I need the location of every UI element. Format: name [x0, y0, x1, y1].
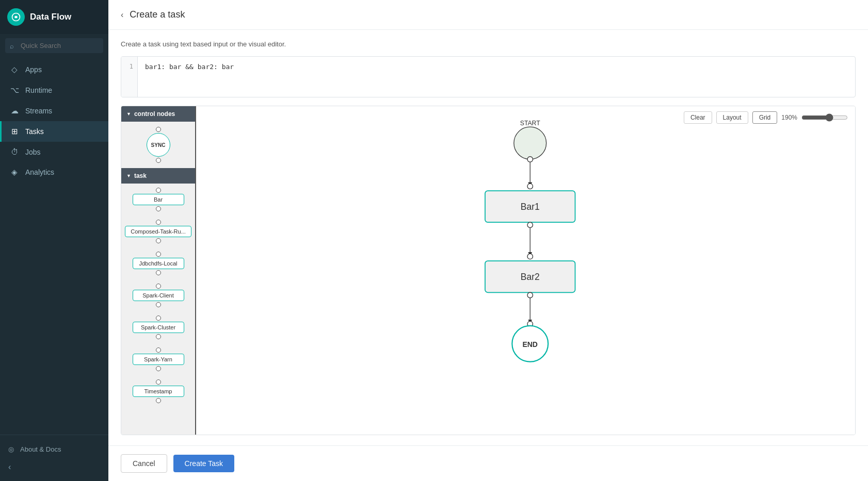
- page-body: Create a task using text based input or …: [108, 30, 868, 445]
- node-top-connector: [156, 316, 161, 321]
- code-editor: 1 bar1: bar && bar2: bar: [121, 56, 856, 97]
- line-numbers: 1: [121, 57, 138, 97]
- palette-node-jdbchdfs[interactable]: Jdbchdfs-Local: [121, 247, 195, 279]
- canvas-area[interactable]: Clear Layout Grid 190% START: [196, 106, 855, 435]
- flow-diagram: START Bar1: [196, 106, 855, 435]
- palette-node-spark-cluster[interactable]: Spark-Cluster: [121, 311, 195, 343]
- node-bottom-connector: [156, 398, 161, 403]
- node-box: Spark-Yarn: [133, 354, 184, 365]
- node-top-connector: [156, 188, 161, 193]
- about-docs-label: About & Docs: [20, 445, 61, 453]
- grid-button[interactable]: Grid: [752, 111, 778, 124]
- palette-node-timestamp[interactable]: Timestamp: [121, 375, 195, 407]
- node-bottom-connector: [156, 366, 161, 371]
- about-icon: ◎: [8, 445, 14, 453]
- sidebar-item-streams[interactable]: ☁ Streams: [0, 101, 108, 121]
- node-top-connector: [156, 347, 161, 353]
- app-title: Data Flow: [30, 12, 71, 22]
- sidebar-item-jobs[interactable]: ⏱ Jobs: [0, 142, 108, 162]
- page-title: Create a task: [130, 9, 185, 20]
- node-box: Bar: [133, 194, 184, 205]
- main-content: ‹ Create a task Create a task using text…: [108, 0, 868, 481]
- zoom-slider[interactable]: [801, 113, 848, 122]
- jobs-icon: ⏱: [10, 147, 19, 156]
- sidebar-item-apps[interactable]: ◇ Apps: [0, 59, 108, 80]
- about-docs-item[interactable]: ◎ About & Docs: [0, 440, 108, 458]
- nav-items: ◇ Apps ⌥ Runtime ☁ Streams ⊞ Tasks ⏱ Job…: [0, 57, 108, 435]
- clear-button[interactable]: Clear: [684, 111, 712, 124]
- collapse-triangle: ▼: [126, 173, 131, 178]
- app-logo: [7, 8, 25, 26]
- sidebar-item-tasks[interactable]: ⊞ Tasks: [0, 121, 108, 142]
- sidebar-item-label: Streams: [25, 107, 52, 115]
- sidebar-item-label: Analytics: [25, 168, 54, 176]
- search-input[interactable]: [5, 38, 103, 53]
- node-bottom-connector: [156, 238, 161, 243]
- collapse-triangle: ▼: [126, 111, 131, 117]
- code-content[interactable]: bar1: bar && bar2: bar: [138, 57, 855, 97]
- sidebar-collapse-btn[interactable]: ‹: [0, 458, 108, 476]
- svg-point-5: [527, 184, 533, 189]
- sync-circle: SYNC: [147, 133, 170, 157]
- node-box: Spark-Client: [133, 290, 184, 301]
- node-bottom-connector: [156, 206, 161, 211]
- sidebar: Data Flow ⌕ ◇ Apps ⌥ Runtime ☁ Streams ⊞…: [0, 0, 108, 481]
- palette-node-composed[interactable]: Composed-Task-Ru...: [121, 215, 195, 247]
- sidebar-item-label: Runtime: [25, 86, 52, 94]
- sidebar-item-runtime[interactable]: ⌥ Runtime: [0, 80, 108, 101]
- layout-button[interactable]: Layout: [716, 111, 748, 124]
- svg-text:END: END: [522, 340, 537, 349]
- section-label: task: [134, 172, 147, 179]
- sidebar-item-analytics[interactable]: ◈ Analytics: [0, 162, 108, 183]
- search-wrap: ⌕: [5, 38, 103, 53]
- svg-text:START: START: [520, 120, 540, 127]
- svg-text:Bar2: Bar2: [521, 272, 540, 282]
- svg-text:Bar1: Bar1: [521, 202, 540, 212]
- search-icon: ⌕: [10, 42, 14, 49]
- runtime-icon: ⌥: [10, 86, 19, 95]
- analytics-icon: ◈: [10, 168, 19, 177]
- sidebar-item-label: Apps: [25, 65, 42, 74]
- svg-point-8: [527, 222, 533, 227]
- sync-top-connector: [156, 127, 161, 132]
- page-header: ‹ Create a task: [108, 0, 868, 30]
- node-bottom-connector: [156, 334, 161, 339]
- node-box: Spark-Cluster: [133, 322, 184, 333]
- apps-icon: ◇: [10, 65, 19, 74]
- sidebar-footer: ◎ About & Docs ‹: [0, 435, 108, 481]
- palette-node-spark-client[interactable]: Spark-Client: [121, 279, 195, 311]
- palette-node-bar[interactable]: Bar: [121, 184, 195, 215]
- node-bottom-connector: [156, 302, 161, 307]
- streams-icon: ☁: [10, 106, 19, 115]
- tasks-icon: ⊞: [10, 127, 19, 136]
- svg-point-10: [527, 254, 533, 259]
- create-task-button[interactable]: Create Task: [173, 455, 234, 472]
- node-box: Composed-Task-Ru...: [125, 226, 191, 237]
- palette-section-control-nodes[interactable]: ▼ control nodes: [121, 106, 195, 122]
- sidebar-header: Data Flow: [0, 0, 108, 34]
- visual-editor: ▼ control nodes SYNC ▼ task Bar: [121, 106, 856, 435]
- sidebar-item-label: Jobs: [25, 148, 41, 156]
- palette-node-spark-yarn[interactable]: Spark-Yarn: [121, 343, 195, 375]
- svg-point-2: [514, 127, 546, 159]
- node-bottom-connector: [156, 270, 161, 275]
- palette-section-task[interactable]: ▼ task: [121, 168, 195, 184]
- node-top-connector: [156, 220, 161, 225]
- node-palette: ▼ control nodes SYNC ▼ task Bar: [121, 106, 196, 435]
- sidebar-item-label: Tasks: [25, 127, 44, 136]
- page-subtitle: Create a task using text based input or …: [121, 40, 856, 48]
- zoom-label: 190%: [781, 114, 797, 121]
- section-label: control nodes: [134, 110, 175, 118]
- palette-node-sync[interactable]: SYNC: [121, 122, 195, 168]
- cancel-button[interactable]: Cancel: [121, 454, 167, 473]
- svg-point-13: [527, 292, 533, 297]
- node-top-connector: [156, 252, 161, 257]
- canvas-toolbar: Clear Layout Grid 190%: [684, 111, 848, 124]
- back-button[interactable]: ‹: [121, 10, 123, 20]
- svg-point-3: [527, 157, 533, 162]
- node-box: Jdbchdfs-Local: [133, 258, 184, 269]
- sync-bottom-connector: [156, 158, 161, 163]
- node-top-connector: [156, 379, 161, 385]
- node-top-connector: [156, 284, 161, 289]
- node-box: Timestamp: [133, 386, 184, 397]
